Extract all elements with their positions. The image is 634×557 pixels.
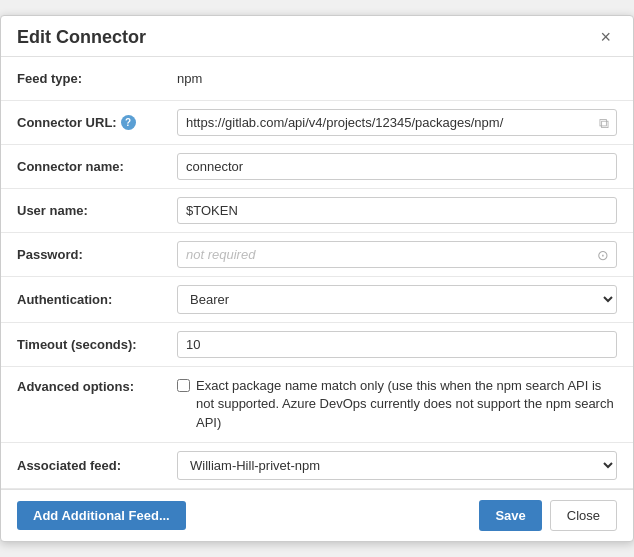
save-button[interactable]: Save	[479, 500, 541, 531]
dialog-footer: Add Additional Feed... Save Close	[1, 489, 633, 541]
connector-name-label: Connector name:	[17, 159, 177, 174]
connector-url-input[interactable]	[177, 109, 617, 136]
copy-icon[interactable]: ⧉	[599, 114, 609, 131]
authentication-label: Authentication:	[17, 292, 177, 307]
password-toggle-icon[interactable]: ⊙	[597, 247, 609, 263]
user-name-row: User name:	[1, 189, 633, 233]
connector-url-row: Connector URL: ? ⧉	[1, 101, 633, 145]
advanced-options-row: Advanced options: Exact package name mat…	[1, 367, 633, 443]
user-name-label: User name:	[17, 203, 177, 218]
user-name-input[interactable]	[177, 197, 617, 224]
advanced-options-checkbox[interactable]	[177, 379, 190, 392]
advanced-options-checkbox-label: Exact package name match only (use this …	[196, 377, 617, 432]
connector-url-help-icon[interactable]: ?	[121, 115, 136, 130]
password-row: Password: ⊙	[1, 233, 633, 277]
password-input-wrapper: ⊙	[177, 241, 617, 268]
dialog-body: Feed type: npm Connector URL: ? ⧉ Connec…	[1, 57, 633, 489]
connector-url-input-wrapper: ⧉	[177, 109, 617, 136]
feed-type-value: npm	[177, 71, 617, 86]
advanced-options-checkbox-wrapper: Exact package name match only (use this …	[177, 377, 617, 432]
edit-connector-dialog: Edit Connector × Feed type: npm Connecto…	[0, 15, 634, 542]
connector-name-input[interactable]	[177, 153, 617, 180]
dialog-close-button[interactable]: ×	[594, 26, 617, 48]
timeout-input[interactable]	[177, 331, 617, 358]
timeout-row: Timeout (seconds):	[1, 323, 633, 367]
close-button[interactable]: Close	[550, 500, 617, 531]
dialog-title: Edit Connector	[17, 27, 146, 48]
authentication-row: Authentication: Bearer Basic None	[1, 277, 633, 323]
advanced-options-label: Advanced options:	[17, 377, 177, 394]
associated-feed-select[interactable]: William-Hill-privet-npm	[177, 451, 617, 480]
timeout-label: Timeout (seconds):	[17, 337, 177, 352]
password-input[interactable]	[177, 241, 617, 268]
associated-feed-label: Associated feed:	[17, 458, 177, 473]
feed-type-label: Feed type:	[17, 71, 177, 86]
connector-name-row: Connector name:	[1, 145, 633, 189]
feed-type-row: Feed type: npm	[1, 57, 633, 101]
connector-url-label: Connector URL: ?	[17, 115, 177, 130]
footer-right-buttons: Save Close	[479, 500, 617, 531]
authentication-select[interactable]: Bearer Basic None	[177, 285, 617, 314]
add-additional-feed-button[interactable]: Add Additional Feed...	[17, 501, 186, 530]
associated-feed-row: Associated feed: William-Hill-privet-npm	[1, 443, 633, 489]
password-label: Password:	[17, 247, 177, 262]
dialog-header: Edit Connector ×	[1, 16, 633, 57]
